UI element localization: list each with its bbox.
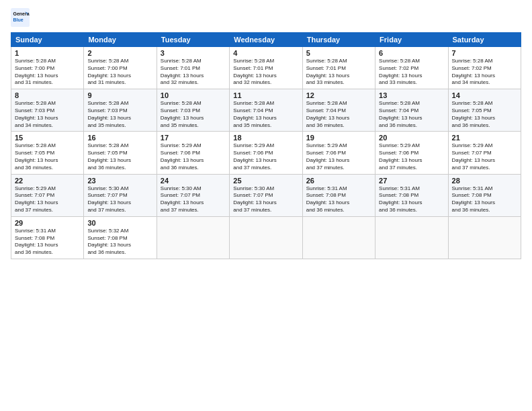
calendar-cell: 7 Sunrise: 5:28 AM Sunset: 7:02 PM Dayli… <box>448 47 521 89</box>
calendar-cell: 18 Sunrise: 5:29 AM Sunset: 7:06 PM Dayl… <box>230 132 302 174</box>
day-info: Sunrise: 5:28 AM Sunset: 7:03 PM Dayligh… <box>161 100 226 129</box>
sunset-label: Sunset: 7:08 PM <box>306 192 346 198</box>
daylight-minutes: and 35 minutes. <box>233 122 271 128</box>
weekday-header-sunday: Sunday <box>11 33 84 47</box>
day-info: Sunrise: 5:28 AM Sunset: 7:05 PM Dayligh… <box>15 142 80 171</box>
daylight-minutes: and 36 minutes. <box>306 207 345 213</box>
sunrise-label: Sunrise: 5:32 AM <box>87 228 128 234</box>
calendar-cell: 2 Sunrise: 5:28 AM Sunset: 7:00 PM Dayli… <box>84 47 157 89</box>
calendar-cell: 3 Sunrise: 5:28 AM Sunset: 7:01 PM Dayli… <box>157 47 229 89</box>
day-number: 7 <box>452 49 517 57</box>
day-info: Sunrise: 5:29 AM Sunset: 7:06 PM Dayligh… <box>379 142 444 171</box>
daylight-minutes: and 35 minutes. <box>87 122 126 128</box>
daylight-minutes: and 36 minutes. <box>306 122 345 128</box>
sunrise-label: Sunrise: 5:29 AM <box>161 142 202 148</box>
svg-text:General: General <box>13 11 30 16</box>
calendar-cell: 4 Sunrise: 5:28 AM Sunset: 7:01 PM Dayli… <box>230 47 302 89</box>
daylight-minutes: and 37 minutes. <box>233 207 271 213</box>
daylight-label: Daylight: 13 hours <box>161 73 204 79</box>
day-info: Sunrise: 5:28 AM Sunset: 7:00 PM Dayligh… <box>87 58 152 87</box>
calendar-cell <box>230 216 302 259</box>
daylight-minutes: and 37 minutes. <box>379 165 417 171</box>
sunset-label: Sunset: 7:08 PM <box>15 235 54 241</box>
day-number: 17 <box>161 134 226 142</box>
day-number: 25 <box>233 177 298 185</box>
day-info: Sunrise: 5:28 AM Sunset: 7:00 PM Dayligh… <box>15 58 80 87</box>
calendar-cell: 16 Sunrise: 5:28 AM Sunset: 7:05 PM Dayl… <box>84 132 157 174</box>
day-number: 8 <box>15 91 80 99</box>
sunset-label: Sunset: 7:06 PM <box>379 150 418 156</box>
sunrise-label: Sunrise: 5:29 AM <box>306 142 347 148</box>
weekday-header-thursday: Thursday <box>302 33 375 47</box>
day-info: Sunrise: 5:29 AM Sunset: 7:06 PM Dayligh… <box>306 142 371 171</box>
daylight-label: Daylight: 13 hours <box>15 199 58 205</box>
day-number: 14 <box>452 91 517 99</box>
weekday-header-friday: Friday <box>375 33 448 47</box>
day-number: 2 <box>87 49 152 57</box>
sunrise-label: Sunrise: 5:28 AM <box>233 100 274 106</box>
calendar-cell <box>157 216 229 259</box>
sunset-label: Sunset: 7:00 PM <box>15 65 54 71</box>
daylight-minutes: and 34 minutes. <box>452 79 490 85</box>
daylight-minutes: and 36 minutes. <box>379 122 417 128</box>
sunset-label: Sunset: 7:04 PM <box>233 107 273 113</box>
day-number: 26 <box>306 177 371 185</box>
sunrise-label: Sunrise: 5:28 AM <box>161 100 202 106</box>
sunrise-label: Sunrise: 5:28 AM <box>87 100 128 106</box>
daylight-label: Daylight: 13 hours <box>87 115 130 121</box>
day-number: 12 <box>306 91 371 99</box>
calendar-cell: 20 Sunrise: 5:29 AM Sunset: 7:06 PM Dayl… <box>375 132 448 174</box>
daylight-minutes: and 36 minutes. <box>379 207 417 213</box>
day-info: Sunrise: 5:30 AM Sunset: 7:07 PM Dayligh… <box>161 185 226 214</box>
calendar-cell: 9 Sunrise: 5:28 AM Sunset: 7:03 PM Dayli… <box>84 89 157 132</box>
calendar-cell: 27 Sunrise: 5:31 AM Sunset: 7:08 PM Dayl… <box>375 174 448 216</box>
calendar-cell: 28 Sunrise: 5:31 AM Sunset: 7:08 PM Dayl… <box>448 174 521 216</box>
sunset-label: Sunset: 7:08 PM <box>379 192 418 198</box>
calendar-cell: 21 Sunrise: 5:29 AM Sunset: 7:07 PM Dayl… <box>448 132 521 174</box>
daylight-label: Daylight: 13 hours <box>161 199 204 205</box>
daylight-label: Daylight: 13 hours <box>379 73 422 79</box>
sunset-label: Sunset: 7:07 PM <box>87 192 127 198</box>
day-info: Sunrise: 5:28 AM Sunset: 7:01 PM Dayligh… <box>161 58 226 87</box>
day-info: Sunrise: 5:28 AM Sunset: 7:05 PM Dayligh… <box>87 142 152 171</box>
sunset-label: Sunset: 7:03 PM <box>161 107 200 113</box>
sunrise-label: Sunrise: 5:30 AM <box>233 185 274 191</box>
sunrise-label: Sunrise: 5:28 AM <box>15 142 56 148</box>
sunset-label: Sunset: 7:03 PM <box>15 107 54 113</box>
day-info: Sunrise: 5:29 AM Sunset: 7:07 PM Dayligh… <box>452 142 517 171</box>
daylight-minutes: and 36 minutes. <box>15 249 53 255</box>
calendar-cell <box>448 216 521 259</box>
day-number: 1 <box>15 49 80 57</box>
day-number: 22 <box>15 177 80 185</box>
daylight-label: Daylight: 13 hours <box>87 199 130 205</box>
sunrise-label: Sunrise: 5:28 AM <box>379 58 420 64</box>
daylight-label: Daylight: 13 hours <box>161 157 204 163</box>
day-info: Sunrise: 5:31 AM Sunset: 7:08 PM Dayligh… <box>15 228 80 257</box>
day-number: 11 <box>233 91 298 99</box>
daylight-minutes: and 32 minutes. <box>233 79 271 85</box>
sunset-label: Sunset: 7:06 PM <box>233 150 273 156</box>
daylight-minutes: and 36 minutes. <box>87 165 126 171</box>
calendar-cell: 10 Sunrise: 5:28 AM Sunset: 7:03 PM Dayl… <box>157 89 229 132</box>
daylight-label: Daylight: 13 hours <box>452 115 495 121</box>
svg-text:Blue: Blue <box>13 17 24 22</box>
day-number: 24 <box>161 177 226 185</box>
calendar-cell: 30 Sunrise: 5:32 AM Sunset: 7:08 PM Dayl… <box>84 216 157 259</box>
day-number: 19 <box>306 134 371 142</box>
day-info: Sunrise: 5:31 AM Sunset: 7:08 PM Dayligh… <box>379 185 444 214</box>
sunrise-label: Sunrise: 5:30 AM <box>87 185 128 191</box>
calendar-cell <box>375 216 448 259</box>
weekday-header-wednesday: Wednesday <box>230 33 302 47</box>
sunrise-label: Sunrise: 5:29 AM <box>233 142 274 148</box>
weekday-header-monday: Monday <box>84 33 157 47</box>
sunrise-label: Sunrise: 5:31 AM <box>15 228 56 234</box>
sunset-label: Sunset: 7:07 PM <box>161 192 200 198</box>
calendar-cell: 14 Sunrise: 5:28 AM Sunset: 7:05 PM Dayl… <box>448 89 521 132</box>
day-number: 21 <box>452 134 517 142</box>
calendar-cell: 1 Sunrise: 5:28 AM Sunset: 7:00 PM Dayli… <box>11 47 84 89</box>
day-number: 10 <box>161 91 226 99</box>
sunset-label: Sunset: 7:01 PM <box>233 65 273 71</box>
day-info: Sunrise: 5:28 AM Sunset: 7:02 PM Dayligh… <box>452 58 517 87</box>
logo-icon: General Blue <box>11 8 30 27</box>
daylight-minutes: and 36 minutes. <box>452 122 490 128</box>
